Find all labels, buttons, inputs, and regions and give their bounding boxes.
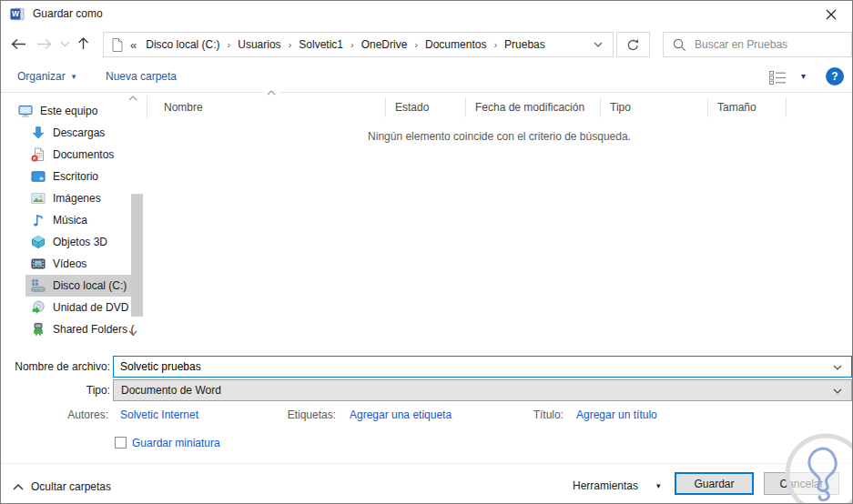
column-header-estado[interactable]: Estado	[386, 97, 466, 117]
sidebar-item-label: Shared Folders (	[53, 323, 134, 336]
recent-locations-chevron-icon	[60, 41, 70, 47]
column-header-filler	[787, 97, 853, 117]
new-folder-label: Nueva carpeta	[106, 70, 177, 83]
details-view-icon[interactable]	[769, 71, 787, 85]
filetype-value: Documento de Word	[121, 384, 221, 397]
videos-icon	[31, 257, 46, 271]
hide-folders-label: Ocultar carpetas	[31, 480, 111, 493]
cancel-button[interactable]: Cancelar	[764, 472, 839, 495]
sidebar-item-label: Escritorio	[53, 170, 98, 183]
file-browser: Este equipoDescargasDocumentosEscritorio…	[1, 93, 852, 347]
sidebar-item-disco-local-c[interactable]: Disco local (C:)	[25, 275, 131, 297]
downloads-icon	[31, 126, 46, 140]
sidebar-item-shared-folders[interactable]: Shared Folders (	[1, 318, 147, 340]
breadcrumb-dropdown-icon[interactable]	[594, 42, 604, 47]
window-title: Guardar como	[33, 7, 103, 20]
search-input[interactable]	[695, 38, 842, 51]
filename-combobox[interactable]	[113, 356, 852, 378]
breadcrumb-item-6[interactable]: Pruebas	[498, 38, 552, 51]
breadcrumb-item-1[interactable]: Disco local (C:)	[139, 38, 226, 51]
help-label: ?	[831, 70, 838, 83]
breadcrumb-item-3[interactable]: Solvetic1	[292, 38, 350, 51]
column-header-tama-o[interactable]: Tamaño	[708, 97, 787, 117]
breadcrumb[interactable]: « Disco local (C:)›Usuarios›Solvetic1›On…	[103, 32, 614, 57]
sidebar-item-unidad-dvd[interactable]: Unidad de DVD (	[1, 297, 147, 318]
empty-message: Ningún elemento coincide con el criterio…	[147, 130, 852, 143]
tools-label: Herramientas	[573, 479, 638, 492]
tags-label: Etiquetas:	[274, 408, 336, 421]
close-icon[interactable]	[819, 5, 843, 24]
column-headers: NombreEstadoFecha de modificaciónTipoTam…	[147, 96, 852, 119]
column-header-fecha-de-modificaci-n[interactable]: Fecha de modificación	[466, 97, 601, 117]
sort-ascending-icon[interactable]	[263, 90, 279, 96]
new-folder-button[interactable]: Nueva carpeta	[106, 70, 177, 83]
save-form: Nombre de archivo: Tipo: Documento de Wo…	[1, 347, 852, 465]
word-app-icon: W	[10, 6, 25, 21]
breadcrumb-item-5[interactable]: Documentos	[419, 38, 493, 51]
sidebar-item-escritorio[interactable]: Escritorio	[1, 166, 147, 187]
sidebar-item-label: Música	[53, 214, 87, 227]
computer-icon	[18, 104, 33, 118]
tools-dropdown[interactable]: Herramientas ▾	[573, 479, 661, 492]
command-bar: Organizar ▾ Nueva carpeta ▾ ?	[1, 61, 852, 93]
tree-scroll-down-icon[interactable]	[128, 330, 137, 336]
search-icon	[673, 38, 686, 52]
hide-folders-button[interactable]: Ocultar carpetas	[13, 480, 111, 493]
save-button[interactable]: Guardar	[675, 472, 754, 495]
sidebar-item-label: Vídeos	[53, 257, 86, 270]
navigation-bar: « Disco local (C:)›Usuarios›Solvetic1›On…	[1, 26, 852, 61]
save-thumbnail-checkbox[interactable]	[115, 437, 127, 449]
sidebar-item-label: Disco local (C:)	[53, 279, 127, 292]
tree-scrollbar[interactable]	[131, 194, 143, 317]
hide-folders-chevron-icon	[13, 484, 24, 490]
sidebar-item-label: Unidad de DVD (	[53, 301, 136, 314]
title-bar: W Guardar como	[1, 1, 852, 26]
sidebar-item-este-equipo[interactable]: Este equipo	[1, 100, 147, 122]
filetype-dropdown-icon[interactable]	[833, 388, 842, 394]
sidebar-item-musica[interactable]: Música	[1, 209, 147, 231]
sidebar-item-objetos-3d[interactable]: Objetos 3D	[1, 231, 147, 253]
organize-label: Organizar	[17, 70, 66, 83]
views-dropdown-icon[interactable]: ▾	[801, 71, 806, 81]
forward-icon	[36, 38, 53, 50]
breadcrumb-item-2[interactable]: Usuarios	[231, 38, 287, 51]
local-disk-icon	[31, 278, 46, 293]
authors-value[interactable]: Solvetic Internet	[120, 408, 198, 421]
organize-button[interactable]: Organizar ▾	[17, 70, 76, 83]
column-header-nombre[interactable]: Nombre	[147, 97, 386, 117]
sidebar-item-imagenes[interactable]: Imágenes	[1, 187, 147, 209]
filename-label: Nombre de archivo:	[1, 360, 110, 373]
title-label: Título:	[525, 408, 564, 421]
desktop-icon	[31, 169, 46, 184]
back-icon[interactable]	[10, 38, 27, 50]
svg-text:W: W	[12, 9, 19, 18]
sidebar-item-descargas[interactable]: Descargas	[1, 122, 147, 144]
footer-bar: Ocultar carpetas Herramientas ▾ Guardar …	[1, 463, 852, 503]
authors-label: Autores:	[1, 408, 108, 421]
filetype-select[interactable]: Documento de Word	[113, 379, 852, 401]
breadcrumb-overflow[interactable]: «	[123, 38, 139, 52]
sidebar-item-label: Imágenes	[53, 192, 101, 205]
filename-dropdown-icon[interactable]	[833, 365, 842, 370]
shared-folders-icon	[31, 322, 46, 337]
title-add-link[interactable]: Agregar un título	[576, 408, 657, 421]
tags-add-link[interactable]: Agregar una etiqueta	[350, 408, 452, 421]
search-box	[663, 32, 852, 57]
objects-3d-icon	[31, 235, 46, 249]
sidebar-item-label: Objetos 3D	[53, 236, 107, 248]
breadcrumb-item-4[interactable]: OneDrive	[355, 38, 414, 51]
documents-icon	[31, 147, 46, 162]
sidebar-item-videos[interactable]: Vídeos	[1, 253, 147, 275]
save-thumbnail-label[interactable]: Guardar miniatura	[132, 437, 220, 449]
help-button[interactable]: ?	[826, 67, 844, 86]
dvd-icon	[31, 300, 46, 315]
music-icon	[31, 213, 46, 227]
refresh-icon[interactable]	[616, 32, 650, 57]
sidebar-item-label: Documentos	[53, 148, 114, 161]
filetype-label: Tipo:	[1, 384, 110, 397]
up-icon[interactable]	[77, 36, 89, 50]
column-header-tipo[interactable]: Tipo	[601, 97, 708, 117]
filename-input[interactable]	[114, 360, 851, 373]
sidebar-item-documentos[interactable]: Documentos	[1, 144, 147, 166]
document-page-icon	[112, 38, 123, 52]
